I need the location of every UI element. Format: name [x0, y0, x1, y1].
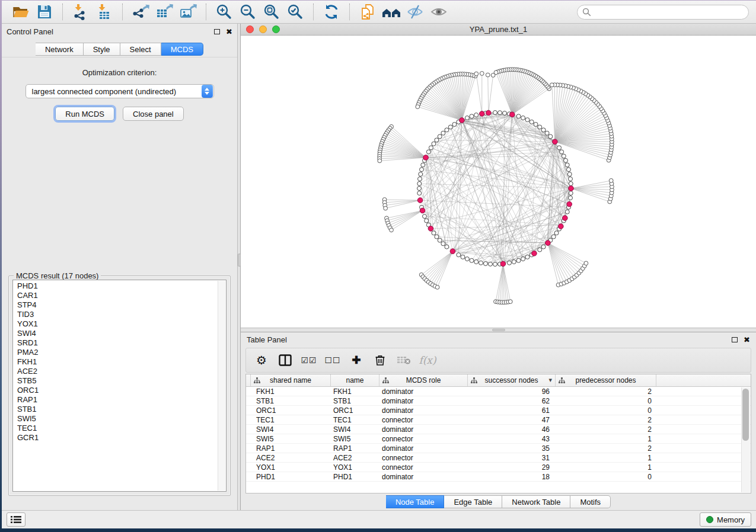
run-mcds-button[interactable]: Run MCDS	[55, 107, 114, 121]
table-tab[interactable]: Network Table	[502, 495, 570, 508]
control-panel-tab[interactable]: Select	[120, 43, 161, 56]
deselect-all-button[interactable]: ☐☐	[322, 350, 343, 370]
open-file-button[interactable]	[9, 2, 33, 21]
select-all-button[interactable]: ☑☑	[298, 350, 320, 370]
table-row[interactable]: PHD1 PHD1 dominator 18 0	[246, 472, 751, 482]
table-scrollbar[interactable]	[741, 387, 750, 492]
mcds-result-node[interactable]: RAP1	[13, 395, 226, 405]
eye-icon	[430, 4, 447, 20]
toolbar-separator	[122, 4, 123, 20]
show-columns-button[interactable]	[275, 350, 296, 370]
control-panel-tab[interactable]: Network	[36, 43, 84, 56]
mcds-result-node[interactable]: FKH1	[13, 357, 226, 367]
result-list-scrollbar[interactable]	[218, 281, 225, 491]
new-network-from-selection-button[interactable]	[356, 2, 379, 21]
column-header-successor-nodes[interactable]: successor nodes▾	[468, 374, 556, 386]
close-panel-icon[interactable]: ✖	[744, 336, 750, 344]
mcds-result-node[interactable]: ACE2	[13, 367, 226, 376]
table-row[interactable]: YOX1 YOX1 connector 29 1	[246, 463, 751, 472]
zoom-selected-button[interactable]	[283, 2, 307, 21]
search-input[interactable]	[577, 5, 749, 20]
mcds-result-node[interactable]: STP4	[13, 300, 226, 310]
network-window: YPA_prune.txt_1	[241, 24, 756, 328]
gear-icon: ⚙	[256, 354, 267, 366]
table-options-button[interactable]: ⚙	[251, 350, 272, 370]
table-tab[interactable]: Node Table	[386, 495, 445, 508]
mcds-result-node[interactable]: CAR1	[13, 291, 226, 300]
mcds-result-node[interactable]: SWI5	[13, 414, 226, 424]
open-folder-icon	[12, 4, 29, 20]
table-tab[interactable]: Motifs	[570, 495, 611, 508]
export-network-button[interactable]	[129, 2, 152, 21]
fx-icon: f(x)	[419, 354, 436, 366]
table-body: FKH1 FKH1 dominator 96 2 STB1 STB1 domin…	[246, 387, 751, 493]
control-panel-tabs: NetworkStyleSelectMCDS	[2, 39, 237, 57]
column-header-shared-name[interactable]: shared name	[251, 374, 331, 386]
first-neighbors-button[interactable]	[379, 2, 403, 21]
hide-selected-button[interactable]	[403, 2, 427, 21]
mcds-result-node[interactable]: SRD1	[13, 338, 226, 348]
mcds-result-node[interactable]: PMA2	[13, 348, 226, 357]
column-header-predecessor-nodes[interactable]: predecessor nodes	[556, 374, 656, 386]
export-image-button[interactable]	[176, 2, 200, 21]
table-panel-title: Table Panel	[247, 335, 287, 344]
import-table-icon	[96, 4, 113, 20]
save-session-button[interactable]	[33, 2, 56, 21]
table-row[interactable]: ORC1 ORC1 dominator 61 0	[246, 406, 751, 415]
float-panel-icon[interactable]	[732, 337, 738, 342]
delete-table-button[interactable]	[393, 350, 414, 370]
divider-handle[interactable]	[492, 329, 505, 331]
columns-icon	[279, 354, 292, 366]
table-tab[interactable]: Edge Table	[444, 495, 502, 508]
refresh-icon	[323, 4, 340, 20]
select-stepper-icon	[202, 85, 213, 98]
column-header-mcds-role[interactable]: MCDS role	[379, 374, 468, 386]
apply-layout-button[interactable]	[320, 2, 343, 21]
mcds-result-box: MCDS result (17 nodes) PHD1CAR1STP4TID3Y…	[8, 275, 231, 496]
mcds-result-node[interactable]: STB5	[13, 376, 226, 386]
table-row[interactable]: FKH1 FKH1 dominator 96 2	[246, 387, 751, 396]
column-header-name[interactable]: name	[331, 374, 379, 386]
criterion-select[interactable]: largest connected component (undirected)	[25, 84, 214, 98]
mcds-result-node[interactable]: YOX1	[13, 319, 226, 329]
mcds-result-node[interactable]: ORC1	[13, 386, 226, 395]
table-row[interactable]: SWI5 SWI5 connector 43 1	[246, 434, 751, 444]
export-table-button[interactable]	[152, 2, 176, 21]
network-canvas[interactable]	[241, 36, 756, 328]
close-panel-button[interactable]: Close panel	[123, 107, 184, 121]
zoom-out-button[interactable]	[236, 2, 260, 21]
search-field-wrap	[577, 5, 749, 20]
mcds-result-node[interactable]: PHD1	[13, 281, 226, 291]
control-panel-tab[interactable]: Style	[84, 43, 120, 56]
mcds-result-node[interactable]: SWI4	[13, 329, 226, 338]
table-row[interactable]: TEC1 TEC1 connector 47 2	[246, 415, 751, 425]
mcds-result-node[interactable]: STB1	[13, 405, 226, 414]
delete-column-button[interactable]	[369, 350, 391, 370]
shared-column-icon	[471, 377, 477, 384]
scrollbar-thumb[interactable]	[742, 389, 749, 441]
horizontal-split-divider[interactable]	[241, 328, 756, 332]
import-table-button[interactable]	[92, 2, 116, 21]
task-history-button[interactable]	[7, 512, 25, 527]
control-panel-tab[interactable]: MCDS	[161, 43, 203, 56]
delete-table-icon	[397, 355, 411, 365]
zoom-fit-button[interactable]	[260, 2, 283, 21]
show-all-button[interactable]	[427, 2, 451, 21]
network-graph	[241, 36, 756, 328]
shared-column-icon	[559, 377, 565, 384]
float-panel-icon[interactable]	[214, 29, 220, 34]
mcds-result-node[interactable]: TID3	[13, 310, 226, 319]
close-panel-icon[interactable]: ✖	[226, 28, 232, 36]
add-column-button[interactable]: ✚	[346, 350, 367, 370]
table-row[interactable]: STB1 STB1 dominator 62 0	[246, 396, 751, 406]
table-row[interactable]: RAP1 RAP1 dominator 35 2	[246, 444, 751, 453]
table-row[interactable]: SWI4 SWI4 dominator 46 2	[246, 425, 751, 434]
function-builder-button[interactable]: f(x)	[417, 350, 438, 370]
table-row[interactable]: ACE2 ACE2 connector 31 1	[246, 453, 751, 463]
zoom-in-button[interactable]	[212, 2, 236, 21]
mcds-result-node[interactable]: GCR1	[13, 433, 226, 443]
mcds-result-node[interactable]: TEC1	[13, 424, 226, 433]
memory-button[interactable]: Memory	[700, 512, 751, 527]
zoom-out-icon	[240, 4, 256, 20]
import-network-button[interactable]	[69, 2, 92, 21]
